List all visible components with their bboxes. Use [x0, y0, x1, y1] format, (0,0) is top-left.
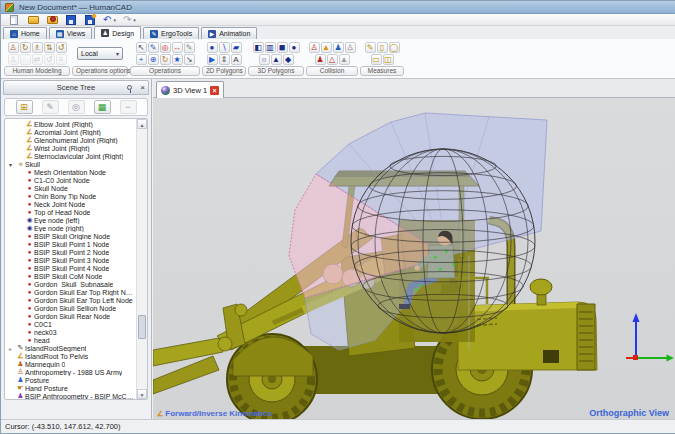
collision-mannequin-icon[interactable]: ♙	[309, 42, 320, 53]
tab-home[interactable]: ⌂ Home	[3, 27, 47, 39]
tree-item[interactable]: head	[6, 336, 135, 344]
snap-tool-icon[interactable]: ⊕	[148, 54, 159, 65]
tree-item[interactable]: Gordon Skull Sellion Node	[6, 304, 135, 312]
remove-node-button[interactable]: −	[120, 100, 137, 114]
tab-design[interactable]: ♟ Design	[94, 26, 141, 39]
tab-animation[interactable]: ▶ Animation	[201, 27, 257, 39]
tree-item[interactable]: BSIP Skull CoM Node	[6, 272, 135, 280]
circle-3d-icon[interactable]: ○	[259, 54, 270, 65]
tree-item[interactable]: Mannequin 0	[6, 360, 135, 368]
tree-item[interactable]: Gordon Skull Rear Node	[6, 312, 135, 320]
target-node-button[interactable]: ◎	[68, 100, 85, 114]
tree-item[interactable]: Sternoclavicular Joint (Right)	[6, 152, 135, 160]
dimension-2d-icon[interactable]: ⇕	[219, 54, 230, 65]
align-tool-icon[interactable]: ↘	[184, 54, 195, 65]
coordinate-system-dropdown[interactable]: Local ▾	[77, 47, 123, 60]
tree-item[interactable]: Chin Bony Tip Node	[6, 192, 135, 200]
target-point-tool-icon[interactable]: ◎	[160, 42, 171, 53]
tree-item[interactable]: BSIP Skull Point 3 Node	[6, 256, 135, 264]
prism-3d-icon[interactable]: ◆	[283, 54, 294, 65]
measure-draw-icon[interactable]: ✎	[365, 42, 376, 53]
polygon-2d-icon[interactable]: ▰	[231, 42, 242, 53]
save-as-button[interactable]: ▾	[84, 14, 96, 25]
posture-editor-icon[interactable]: ♗	[32, 42, 43, 53]
sphere-3d-icon[interactable]: ●	[289, 42, 300, 53]
tree-scrollbar[interactable]: ▲ ▼	[136, 119, 147, 399]
measure-ruler-icon[interactable]: ▭	[371, 54, 382, 65]
add-node-button[interactable]: ⊞	[16, 100, 33, 114]
pin-panel-icon[interactable]	[127, 85, 132, 90]
add-mannequin-icon[interactable]: ♙	[8, 42, 19, 53]
undo-button[interactable]: ▾	[103, 14, 116, 25]
mannequin-group-icon[interactable]: ↺	[56, 42, 67, 53]
tree-expander-icon[interactable]	[9, 161, 16, 168]
tree-item[interactable]: BSIP Skull Origine Node	[6, 232, 135, 240]
tree-item[interactable]: IslandRoot To Pelvis	[6, 352, 135, 360]
tab-ergotools[interactable]: ✎ ErgoTools	[143, 27, 199, 39]
open-document-button[interactable]: ▾	[27, 14, 39, 25]
mirror-posture-icon[interactable]: ⇄	[32, 54, 43, 65]
viewport-tab-3d-view-1[interactable]: 3D View 1 ×	[156, 81, 224, 98]
cube-3d-icon[interactable]: ◼	[277, 42, 288, 53]
play-2d-icon[interactable]: ▶	[207, 54, 218, 65]
tree-item[interactable]: Skull Node	[6, 184, 135, 192]
tree-item[interactable]: Eye node (right)	[6, 224, 135, 232]
measure-ellipse-icon[interactable]: ◯	[389, 42, 400, 53]
tree-expander-icon[interactable]	[9, 345, 16, 352]
tree-item[interactable]: C1-C0 Joint Node	[6, 176, 135, 184]
collision-detect-icon[interactable]: ♟	[315, 54, 326, 65]
collision-off-icon[interactable]: ▲	[339, 54, 350, 65]
tree-item[interactable]: Elbow Joint (Right)	[6, 120, 135, 128]
collision-zone-icon[interactable]: △	[327, 54, 338, 65]
tree-item[interactable]: BSIP Anthropometry - BSIP McCon...	[6, 392, 135, 400]
tab-views[interactable]: ▦ Views	[49, 27, 93, 39]
collision-settings-icon[interactable]: ♙	[345, 42, 356, 53]
draw-line-tool-icon[interactable]: ✎	[148, 42, 159, 53]
translate-tool-icon[interactable]: ↔	[172, 42, 183, 53]
point-tool-icon[interactable]: ★	[172, 54, 183, 65]
reset-posture-icon[interactable]: ↺	[44, 54, 55, 65]
tree-item[interactable]: Mesh Orientation Node	[6, 168, 135, 176]
tree-item[interactable]: Wrist Joint (Right)	[6, 144, 135, 152]
move-tool-icon[interactable]: +	[136, 54, 147, 65]
tree-item[interactable]: BSIP Skull Point 1 Node	[6, 240, 135, 248]
tree-item[interactable]: BSIP Skull Point 2 Node	[6, 248, 135, 256]
measure-height-icon[interactable]: ▯	[377, 42, 388, 53]
edit-node-button[interactable]: ✎	[42, 100, 59, 114]
tree-item[interactable]: Hand Posture	[6, 384, 135, 392]
scroll-down-icon[interactable]: ▼	[137, 389, 147, 399]
rotate-mannequin-icon[interactable]: ↻	[20, 42, 31, 53]
tree-item[interactable]: neck03	[6, 328, 135, 336]
tree-item[interactable]: C0C1	[6, 320, 135, 328]
tree-item[interactable]: Acromial Joint (Right)	[6, 128, 135, 136]
tree-item[interactable]: BSIP Skull Point 4 Node	[6, 264, 135, 272]
mannequin-list-icon[interactable]: ≡	[56, 54, 67, 65]
copy-posture-icon[interactable]: ♘	[20, 54, 31, 65]
redo-button[interactable]: ▾	[123, 14, 136, 25]
joint-limits-icon[interactable]: ⇅	[44, 42, 55, 53]
collision-pair-icon[interactable]: ♟	[333, 42, 344, 53]
circle-2d-icon[interactable]: ●	[207, 42, 218, 53]
tree-item[interactable]: Neck Joint Node	[6, 200, 135, 208]
import-document-button[interactable]: ▾	[46, 14, 58, 25]
tree-item[interactable]: Posture	[6, 376, 135, 384]
tree-item[interactable]: Glenohumeral Joint (Right)	[6, 136, 135, 144]
select-tool-icon[interactable]: ↖	[136, 42, 147, 53]
tree-item[interactable]: Eye node (left)	[6, 216, 135, 224]
text-label-icon[interactable]: A	[231, 54, 242, 65]
measure-angle-icon[interactable]: ◫	[383, 54, 394, 65]
cone-3d-icon[interactable]: ▲	[271, 54, 282, 65]
new-document-button[interactable]: ▾	[8, 14, 20, 25]
close-view-icon[interactable]: ×	[210, 86, 219, 95]
tree-item[interactable]: Gordon Skull Ear Top Left Node	[6, 296, 135, 304]
remove-mannequin-icon[interactable]: ♙	[8, 54, 19, 65]
display-options-button[interactable]: ▦	[94, 100, 111, 114]
line-2d-icon[interactable]: ∖	[219, 42, 230, 53]
tree-item[interactable]: Gordon_Skull_Subnasale	[6, 280, 135, 288]
save-button[interactable]: ▾	[65, 14, 77, 25]
box-3d-icon[interactable]: ◧	[253, 42, 264, 53]
tree-item[interactable]: Skull	[6, 160, 135, 168]
cylinder-3d-icon[interactable]: ▥	[265, 42, 276, 53]
3d-canvas[interactable]: ∠ Forward/Inverse Kinematics Orthographi…	[153, 98, 675, 421]
scroll-up-icon[interactable]: ▲	[137, 119, 147, 129]
